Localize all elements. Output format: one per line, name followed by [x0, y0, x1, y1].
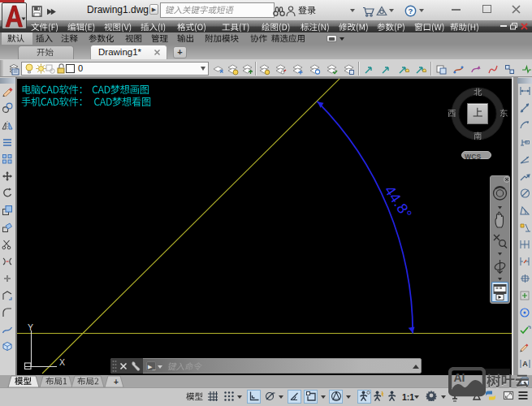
svg-text:AI: AI [454, 371, 465, 384]
svg-text:X: X [59, 357, 65, 367]
svg-text:Y: Y [28, 322, 33, 332]
svg-text:+: + [114, 378, 119, 387]
